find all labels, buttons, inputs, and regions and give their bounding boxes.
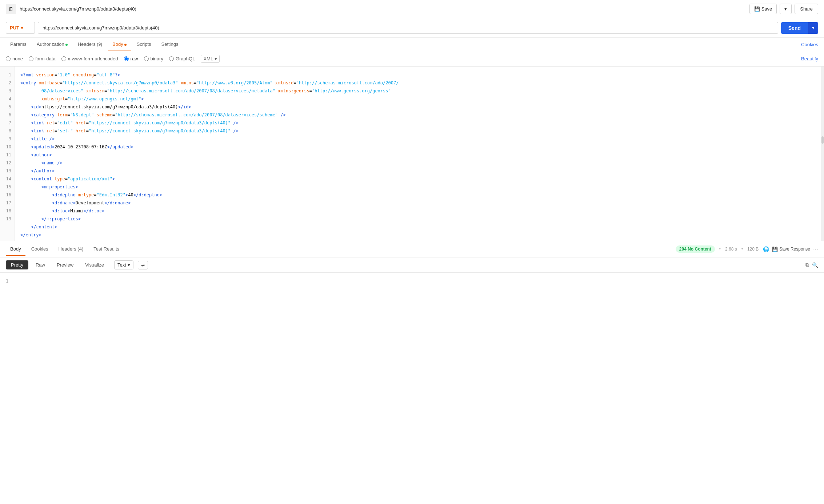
top-url-display: https://connect.skyvia.com/g7mwznp0/odat… [20,6,136,12]
send-chevron-button[interactable]: ▾ [808,22,818,34]
line-num: 1 [3,71,11,79]
method-select[interactable]: PUT ▾ [6,22,35,34]
tab-scripts[interactable]: Scripts [132,38,156,51]
status-badge: 204 No Content [676,245,715,253]
wrap-icon: ⇌ [141,263,145,268]
top-bar-right: 💾 Save ▾ Share [749,4,818,14]
response-tabs: Body Cookies Headers (4) Test Results 20… [0,241,824,257]
response-tab-body[interactable]: Body [6,243,25,256]
more-options-icon[interactable]: ⋯ [813,246,818,252]
code-content[interactable]: <?xml version="1.0" encoding="utf-8"?> <… [15,67,824,241]
tab-body[interactable]: Body [108,38,131,51]
body-dot [124,44,127,46]
save-response-label: Save Response [779,247,810,252]
line-num: 16 [3,191,11,199]
line-numbers: 1 2 3 4 5 6 7 8 9 10 11 12 13 14 15 16 1… [0,67,15,241]
app-icon: 🗓 [6,4,16,14]
line-num: 12 [3,159,11,167]
response-time: • [719,247,721,252]
scrollbar-thumb[interactable] [821,136,824,144]
response-tab-test-results[interactable]: Test Results [89,243,124,256]
share-button[interactable]: Share [795,4,818,14]
format-preview-button[interactable]: Preview [52,260,78,269]
line-num: 7 [3,119,11,127]
format-pretty-button[interactable]: Pretty [6,260,28,269]
response-body: 1 [0,273,824,289]
line-num: 15 [3,183,11,191]
top-bar: 🗓 https://connect.skyvia.com/g7mwznp0/od… [0,0,824,18]
response-line-numbers: 1 [6,277,17,285]
request-bar: PUT ▾ Send ▾ [0,18,824,38]
globe-icon-button[interactable]: 🌐 [763,246,769,252]
method-chevron-icon: ▾ [21,25,23,31]
radio-graphql[interactable] [169,56,174,61]
option-form-data[interactable]: form-data [29,56,56,61]
response-size: 120 B [747,247,759,252]
format-bar: Pretty Raw Preview Visualize Text ▾ ⇌ ⧉ … [0,257,824,273]
send-button[interactable]: Send [781,22,808,34]
option-raw[interactable]: raw [124,56,138,61]
beautify-button[interactable]: Beautify [801,56,818,61]
format-visualize-button[interactable]: Visualize [81,260,108,269]
line-num: 3 [3,87,11,95]
copy-button[interactable]: ⧉ [805,262,809,268]
format-raw-button[interactable]: Raw [31,260,49,269]
line-num: 13 [3,167,11,175]
xml-label: XML [203,56,213,61]
tab-headers[interactable]: Headers (9) [73,38,107,51]
cookies-link[interactable]: Cookies [801,42,818,47]
tab-params[interactable]: Params [6,38,31,51]
line-num: 6 [3,111,11,119]
text-type-chevron-icon: ▾ [128,262,130,268]
search-button[interactable]: 🔍 [812,262,818,268]
response-tab-cookies[interactable]: Cookies [27,243,53,256]
request-tabs: Params Authorization Headers (9) Body Sc… [0,38,824,51]
authorization-dot [65,44,68,46]
send-group: Send ▾ [781,22,818,34]
format-right-buttons: ⧉ 🔍 [805,262,818,268]
save-response-button[interactable]: 💾 Save Response [772,246,810,252]
text-type-select[interactable]: Text ▾ [114,260,133,269]
tab-authorization[interactable]: Authorization [32,38,72,51]
url-input[interactable] [38,22,778,34]
tab-settings[interactable]: Settings [157,38,183,51]
line-num: 10 [3,143,11,151]
line-num: 14 [3,175,11,183]
scrollbar-track [821,67,824,241]
save-chevron-button[interactable]: ▾ [780,4,792,14]
line-num: 17 [3,199,11,207]
body-options: none form-data x-www-form-urlencoded raw… [0,51,824,67]
line-num: 2 [3,79,11,87]
radio-form-data[interactable] [29,56,33,61]
option-graphql[interactable]: GraphQL [169,56,195,61]
line-num: 4 [3,95,11,103]
text-type-label: Text [117,262,126,268]
radio-raw[interactable] [124,56,129,61]
line-num: 5 [3,103,11,111]
headers-badge: (9) [97,42,102,47]
line-num: 19 [3,215,11,223]
response-sep1: • [741,247,743,252]
wrap-button[interactable]: ⇌ [138,261,148,269]
method-label: PUT [10,25,19,31]
resp-line-num: 1 [6,277,17,285]
response-tab-headers[interactable]: Headers (4) [54,243,88,256]
xml-select[interactable]: XML ▾ [201,55,220,63]
save-button[interactable]: 💾 Save [749,4,777,14]
line-num: 8 [3,127,11,135]
radio-binary[interactable] [144,56,149,61]
option-binary[interactable]: binary [144,56,163,61]
line-num: 9 [3,135,11,143]
top-bar-left: 🗓 https://connect.skyvia.com/g7mwznp0/od… [6,4,136,14]
xml-chevron-icon: ▾ [215,56,217,61]
line-num: 18 [3,207,11,215]
radio-none[interactable] [6,56,11,61]
line-num: 11 [3,151,11,159]
option-none[interactable]: none [6,56,23,61]
code-editor: 1 2 3 4 5 6 7 8 9 10 11 12 13 14 15 16 1… [0,67,824,241]
response-icons: 🌐 💾 Save Response ⋯ [763,246,818,252]
radio-urlencoded[interactable] [61,56,66,61]
option-urlencoded[interactable]: x-www-form-urlencoded [61,56,118,61]
response-time-value: 2.68 s [725,247,737,252]
